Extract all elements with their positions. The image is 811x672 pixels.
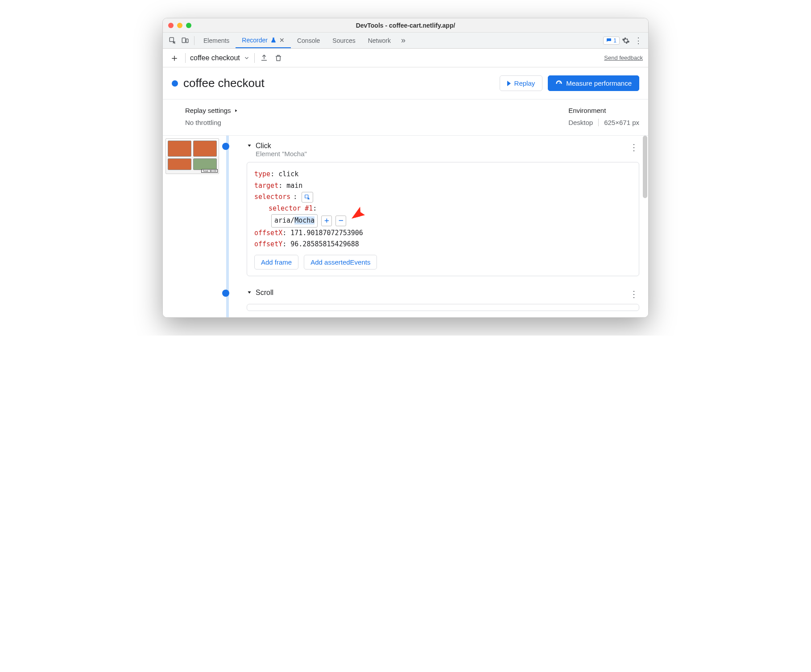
add-frame-button[interactable]: Add frame <box>254 255 298 270</box>
step-subtitle: Element "Mocha" <box>256 150 307 158</box>
element-picker-icon[interactable] <box>302 192 313 203</box>
svg-rect-1 <box>182 38 186 43</box>
status-dot-icon <box>172 80 178 87</box>
tab-console[interactable]: Console <box>291 33 326 48</box>
step-title: Click <box>256 142 307 150</box>
step-menu-icon[interactable]: ⋮ <box>629 289 639 299</box>
viewport-size: 625×671 px <box>604 119 639 126</box>
screenshot-thumbnail[interactable]: Total: $0.00 <box>163 136 222 317</box>
close-tab-icon[interactable]: ✕ <box>279 37 285 44</box>
tab-elements[interactable]: Elements <box>197 33 236 48</box>
step-details-card: type: click target: main selectors: sele… <box>247 162 639 276</box>
close-window-button[interactable] <box>168 23 174 28</box>
caret-down-icon[interactable] <box>247 143 252 148</box>
recorder-toolbar: ＋ coffee checkout Send feedback <box>163 49 648 67</box>
tab-network[interactable]: Network <box>362 33 397 48</box>
play-icon <box>507 81 511 86</box>
more-tabs-icon[interactable]: » <box>397 34 410 47</box>
step-details-card <box>247 304 639 311</box>
steps-content: Total: $0.00 Click Element "Mocha" ⋮ <box>163 136 648 317</box>
recording-title: coffee checkout <box>183 76 494 90</box>
step-title: Scroll <box>256 289 273 297</box>
selector-input[interactable]: aria/Mocha <box>271 214 318 228</box>
timeline-node-icon <box>222 290 229 297</box>
delete-icon[interactable] <box>273 53 283 63</box>
inspect-element-icon[interactable] <box>166 34 179 47</box>
export-icon[interactable] <box>259 53 269 63</box>
window-title: DevTools - coffee-cart.netlify.app/ <box>163 22 648 29</box>
issues-badge[interactable]: 1 <box>603 37 620 45</box>
caret-down-icon[interactable] <box>247 290 252 295</box>
remove-selector-button[interactable]: − <box>335 216 346 226</box>
add-asserted-events-button[interactable]: Add assertedEvents <box>304 255 377 270</box>
step-menu-icon[interactable]: ⋮ <box>629 142 639 153</box>
tab-sources[interactable]: Sources <box>326 33 361 48</box>
minimize-window-button[interactable] <box>177 23 182 28</box>
settings-row: Replay settings No throttling Environmen… <box>163 100 648 136</box>
throttle-value: No throttling <box>185 119 568 126</box>
device-type: Desktop <box>568 119 593 126</box>
send-feedback-link[interactable]: Send feedback <box>604 54 643 61</box>
caret-right-icon <box>234 108 238 113</box>
timeline-node-icon <box>222 143 229 150</box>
window-titlebar: DevTools - coffee-cart.netlify.app/ <box>163 18 648 33</box>
measure-performance-button[interactable]: Measure performance <box>548 75 639 91</box>
new-recording-button[interactable]: ＋ <box>168 52 181 64</box>
recording-header: coffee checkout Replay Measure performan… <box>163 67 648 100</box>
maximize-window-button[interactable] <box>186 23 191 28</box>
flask-icon <box>270 37 277 43</box>
kebab-menu-icon[interactable]: ⋮ <box>632 34 645 47</box>
step-click: Click Element "Mocha" ⋮ type: click targ… <box>238 136 648 282</box>
settings-icon[interactable] <box>620 34 632 47</box>
environment-heading: Environment <box>568 107 639 114</box>
devtools-tabbar: Elements Recorder ✕ Console Sources Netw… <box>163 33 648 49</box>
add-selector-button[interactable]: + <box>321 216 332 226</box>
replay-button[interactable]: Replay <box>500 75 543 91</box>
tab-recorder[interactable]: Recorder ✕ <box>236 33 291 48</box>
svg-rect-2 <box>186 39 188 42</box>
device-toolbar-icon[interactable] <box>179 34 191 47</box>
step-scroll: Scroll ⋮ <box>238 282 648 317</box>
gauge-icon <box>555 80 563 87</box>
chevron-down-icon <box>244 55 250 61</box>
recording-selector[interactable]: coffee checkout <box>190 54 250 62</box>
replay-settings-toggle[interactable]: Replay settings <box>185 107 568 114</box>
